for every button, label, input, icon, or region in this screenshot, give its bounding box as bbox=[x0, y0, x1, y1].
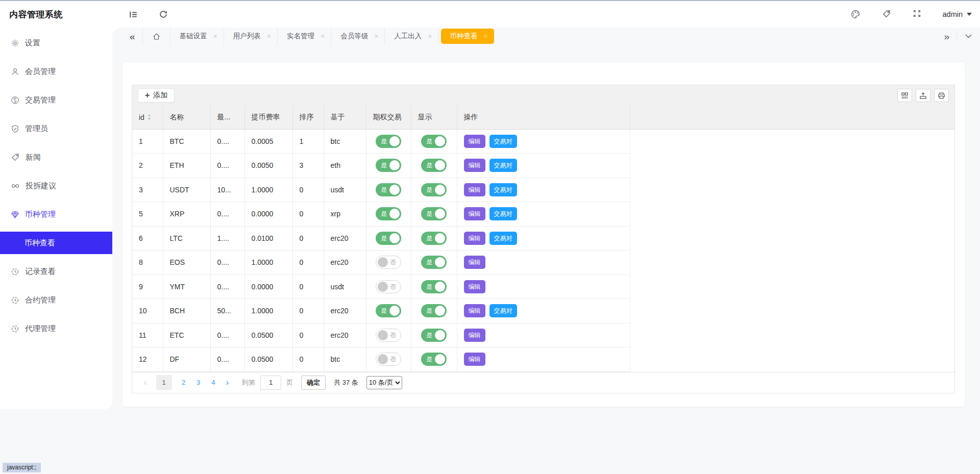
toggle-knob bbox=[378, 257, 388, 267]
page-link[interactable]: 2 bbox=[176, 379, 191, 386]
toggle-on[interactable]: 是 bbox=[376, 135, 401, 148]
column-header-id[interactable]: id bbox=[132, 106, 163, 129]
columns-button[interactable] bbox=[897, 89, 912, 102]
toggle-off[interactable]: 否 bbox=[376, 353, 401, 366]
sidebar-item-合约管理[interactable]: 合约管理 bbox=[0, 286, 112, 314]
toggle-on[interactable]: 是 bbox=[421, 353, 447, 366]
trading-pair-button[interactable]: 交易对 bbox=[489, 183, 517, 196]
add-button[interactable]: + 添加 bbox=[138, 88, 175, 103]
toggle-knob bbox=[435, 209, 445, 219]
home-tab[interactable] bbox=[143, 28, 170, 45]
next-page-button[interactable]: › bbox=[220, 378, 234, 387]
prev-page-button[interactable]: ‹ bbox=[139, 378, 152, 387]
toggle-on[interactable]: 是 bbox=[421, 159, 447, 172]
coin-icon bbox=[11, 96, 19, 105]
tab-close-icon[interactable]: × bbox=[213, 33, 217, 40]
toggle-knob bbox=[435, 185, 445, 195]
sidebar-item-管理员[interactable]: 管理员 bbox=[0, 114, 112, 143]
tab-人工出入[interactable]: 人工出入× bbox=[385, 28, 438, 45]
print-icon bbox=[937, 91, 946, 100]
edit-button[interactable]: 编辑 bbox=[464, 280, 485, 293]
toggle-on[interactable]: 是 bbox=[376, 207, 401, 220]
menu-fold-button[interactable] bbox=[129, 10, 138, 19]
toggle-knob bbox=[435, 354, 445, 364]
history-icon bbox=[11, 267, 19, 276]
toggle-on[interactable]: 是 bbox=[421, 304, 447, 317]
sidebar-subitem-币种查看[interactable]: 币种查看 bbox=[0, 232, 112, 254]
toggle-knob bbox=[435, 306, 445, 316]
toggle-on[interactable]: 是 bbox=[421, 256, 447, 269]
toggle-off[interactable]: 否 bbox=[376, 280, 401, 293]
tab-基础设置[interactable]: 基础设置× bbox=[170, 28, 224, 45]
sidebar-item-新闻[interactable]: 新闻 bbox=[0, 143, 112, 171]
tag-button[interactable] bbox=[882, 9, 891, 19]
toggle-off[interactable]: 否 bbox=[376, 256, 401, 269]
edit-button[interactable]: 编辑 bbox=[464, 207, 485, 220]
toggle-off[interactable]: 否 bbox=[376, 329, 401, 342]
toggle-knob bbox=[435, 257, 445, 267]
toggle-on[interactable]: 是 bbox=[421, 232, 447, 245]
app-title: 内容管理系统 bbox=[0, 9, 112, 20]
fullscreen-button[interactable] bbox=[913, 9, 921, 19]
trading-pair-button[interactable]: 交易对 bbox=[489, 135, 517, 148]
sidebar-item-记录查看[interactable]: 记录查看 bbox=[0, 257, 112, 286]
tab-close-icon[interactable]: × bbox=[321, 33, 325, 40]
goto-page-input[interactable] bbox=[260, 376, 281, 390]
user-menu[interactable]: admin bbox=[943, 10, 972, 18]
edit-button[interactable]: 编辑 bbox=[464, 159, 485, 172]
edit-button[interactable]: 编辑 bbox=[464, 353, 485, 366]
toggle-on[interactable]: 是 bbox=[421, 135, 447, 148]
table-row: 2ETH0....0.00503eth是是编辑交易对 bbox=[132, 154, 954, 178]
toggle-on[interactable]: 是 bbox=[421, 183, 447, 196]
table-row: 9YMT0....0.00000usdt否是编辑 bbox=[132, 275, 954, 299]
toggle-on[interactable]: 是 bbox=[421, 207, 447, 220]
sidebar-item-会员管理[interactable]: 会员管理 bbox=[0, 57, 112, 86]
toggle-on[interactable]: 是 bbox=[376, 159, 401, 172]
toggle-on[interactable]: 是 bbox=[376, 183, 401, 196]
edit-button[interactable]: 编辑 bbox=[464, 135, 485, 148]
sidebar-item-设置[interactable]: 设置 bbox=[0, 29, 112, 57]
sidebar-item-交易管理[interactable]: 交易管理 bbox=[0, 86, 112, 114]
tab-close-icon[interactable]: × bbox=[484, 33, 488, 40]
edit-button[interactable]: 编辑 bbox=[464, 304, 485, 317]
page-link[interactable]: 4 bbox=[206, 379, 220, 386]
tab-用户列表[interactable]: 用户列表× bbox=[224, 28, 277, 45]
palette-button[interactable] bbox=[850, 9, 861, 19]
tab-会员等级[interactable]: 会员等级× bbox=[331, 28, 384, 45]
trading-pair-button[interactable]: 交易对 bbox=[489, 207, 517, 220]
confirm-button[interactable]: 确定 bbox=[301, 376, 326, 390]
sidebar-item-币种管理[interactable]: 币种管理 bbox=[0, 200, 112, 229]
sort-icon[interactable] bbox=[147, 114, 152, 120]
table-row: 5XRP0....0.00000xrp是是编辑交易对 bbox=[132, 202, 954, 227]
tab-close-icon[interactable]: × bbox=[267, 33, 271, 40]
tab-close-icon[interactable]: × bbox=[374, 33, 378, 40]
topbar: 内容管理系统 admin bbox=[0, 1, 980, 28]
sidebar-item-投拆建议[interactable]: 投拆建议 bbox=[0, 171, 112, 200]
trading-pair-button[interactable]: 交易对 bbox=[489, 232, 517, 245]
export-button[interactable] bbox=[916, 89, 930, 102]
tab-menu-button[interactable] bbox=[957, 34, 980, 38]
page-size-select[interactable]: 10 条/页 bbox=[366, 376, 402, 389]
print-button[interactable] bbox=[934, 89, 949, 102]
edit-button[interactable]: 编辑 bbox=[464, 256, 485, 269]
trading-pair-button[interactable]: 交易对 bbox=[489, 159, 517, 172]
page-link[interactable]: 3 bbox=[191, 379, 206, 386]
edit-button[interactable]: 编辑 bbox=[464, 329, 485, 342]
refresh-button[interactable] bbox=[159, 10, 168, 19]
edit-button[interactable]: 编辑 bbox=[464, 183, 485, 196]
columns-icon bbox=[900, 91, 909, 100]
page-unit-label: 页 bbox=[286, 378, 293, 387]
sidebar-item-代理管理[interactable]: 代理管理 bbox=[0, 314, 112, 343]
trading-pair-button[interactable]: 交易对 bbox=[489, 304, 517, 317]
tab-close-icon[interactable]: × bbox=[428, 33, 432, 40]
tabs-scroll-left-button[interactable]: « bbox=[122, 32, 142, 41]
toggle-on[interactable]: 是 bbox=[376, 304, 401, 317]
tab-币种查看[interactable]: 币种查看× bbox=[441, 29, 494, 44]
toggle-on[interactable]: 是 bbox=[421, 280, 447, 293]
page-current[interactable]: 1 bbox=[156, 375, 172, 390]
edit-button[interactable]: 编辑 bbox=[464, 232, 485, 245]
tabs-scroll-right-button[interactable]: » bbox=[937, 32, 957, 41]
tab-实名管理[interactable]: 实名管理× bbox=[278, 28, 331, 45]
toggle-on[interactable]: 是 bbox=[421, 329, 447, 342]
toggle-on[interactable]: 是 bbox=[376, 232, 401, 245]
